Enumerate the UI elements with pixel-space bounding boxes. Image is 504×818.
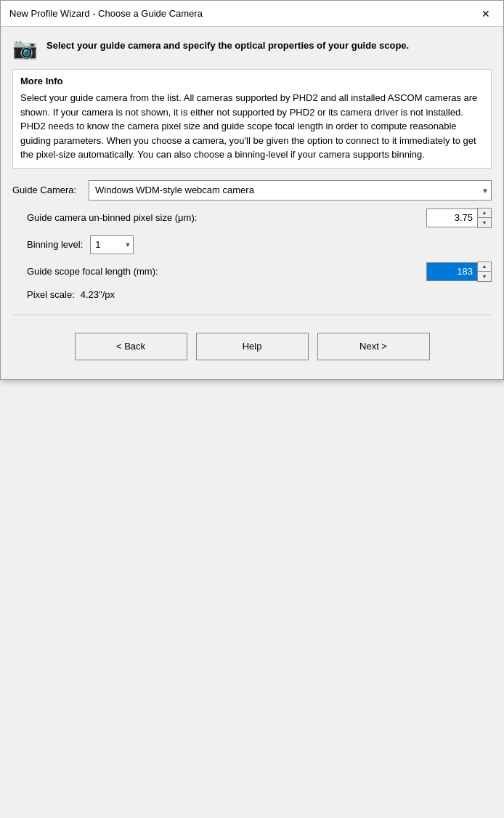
- info-box: More Info Select your guide camera from …: [12, 69, 492, 169]
- camera-icon: 📷: [12, 39, 38, 59]
- binning-select[interactable]: 1 2 3 4: [90, 235, 134, 254]
- guide-camera-select[interactable]: Windows WDM-style webcam camera Simulato…: [89, 180, 492, 201]
- focal-length-down-button[interactable]: ▼: [478, 272, 491, 281]
- next-button[interactable]: Next >: [317, 333, 430, 360]
- guide-camera-dropdown-wrapper: Windows WDM-style webcam camera Simulato…: [89, 180, 492, 201]
- window-title: New Profile Wizard - Choose a Guide Came…: [9, 8, 203, 19]
- info-box-body: Select your guide camera from the list. …: [20, 91, 484, 162]
- divider: [12, 315, 492, 315]
- close-button[interactable]: ✕: [477, 5, 495, 23]
- focal-length-up-button[interactable]: ▲: [478, 262, 491, 272]
- focal-length-spinbox-buttons: ▲ ▼: [477, 262, 492, 282]
- title-bar: New Profile Wizard - Choose a Guide Came…: [1, 1, 503, 27]
- pixel-size-up-button[interactable]: ▲: [478, 208, 491, 218]
- pixel-scale-label: Pixel scale:: [27, 289, 75, 300]
- guide-camera-row: Guide Camera: Windows WDM-style webcam c…: [12, 180, 492, 201]
- back-button[interactable]: < Back: [75, 333, 187, 360]
- focal-length-label: Guide scope focal length (mm):: [27, 266, 158, 277]
- content-area: 📷 Select your guide camera and specify t…: [1, 27, 503, 379]
- binning-select-wrapper: 1 2 3 4 ▼: [90, 235, 134, 254]
- guide-camera-label: Guide Camera:: [12, 185, 81, 195]
- form-section: Guide Camera: Windows WDM-style webcam c…: [12, 176, 492, 304]
- pixel-size-spinbox: ▲ ▼: [426, 208, 492, 228]
- binning-label: Binning level:: [27, 239, 83, 250]
- header-title-text: Select your guide camera and specify the…: [46, 40, 409, 51]
- pixel-size-spinbox-buttons: ▲ ▼: [477, 208, 492, 228]
- pixel-size-down-button[interactable]: ▼: [478, 218, 491, 227]
- header-title: Select your guide camera and specify the…: [46, 39, 409, 53]
- info-box-title: More Info: [20, 76, 484, 86]
- focal-length-spinbox: ▲ ▼: [426, 262, 492, 282]
- header-section: 📷 Select your guide camera and specify t…: [12, 36, 492, 62]
- pixel-size-row: Guide camera un-binned pixel size (μm): …: [12, 208, 492, 228]
- button-row: < Back Help Next >: [12, 325, 492, 370]
- pixel-size-input[interactable]: [426, 208, 477, 227]
- pixel-scale-row: Pixel scale: 4.23"/px: [12, 289, 492, 300]
- focal-length-row: Guide scope focal length (mm): ▲ ▼: [12, 262, 492, 282]
- pixel-scale-value: 4.23"/px: [81, 289, 115, 300]
- help-button[interactable]: Help: [196, 333, 309, 360]
- main-window: New Profile Wizard - Choose a Guide Came…: [0, 0, 504, 380]
- binning-row: Binning level: 1 2 3 4 ▼: [12, 235, 492, 254]
- pixel-size-label: Guide camera un-binned pixel size (μm):: [27, 212, 197, 223]
- focal-length-input[interactable]: [426, 262, 477, 281]
